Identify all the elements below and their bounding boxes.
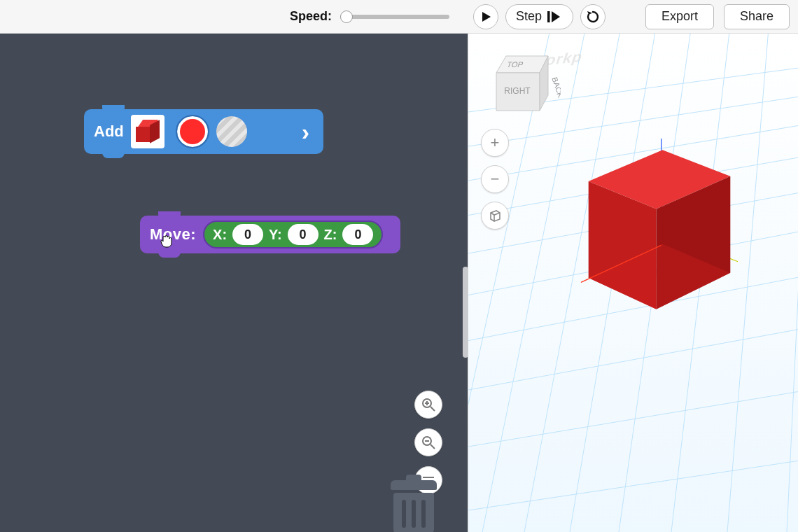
move-y-input[interactable]: [288, 224, 318, 245]
move-x-input[interactable]: [232, 224, 263, 245]
speed-slider-thumb[interactable]: [340, 10, 353, 23]
toolbar-right-group: Export Share: [645, 4, 790, 29]
add-block-label: Add: [94, 122, 124, 141]
viewport-zoom-in-button[interactable]: +: [481, 129, 509, 157]
x-axis-label: X:: [213, 227, 227, 243]
svg-line-2: [430, 407, 435, 411]
home-cube-icon: [488, 209, 502, 223]
add-block[interactable]: Add ›: [84, 109, 323, 154]
block-bump: [158, 249, 181, 258]
block-canvas[interactable]: Add › Move: X: Y: Z:: [0, 34, 468, 532]
trash-button[interactable]: [386, 480, 441, 532]
move-block[interactable]: Move: X: Y: Z:: [140, 216, 400, 253]
play-button[interactable]: [473, 4, 498, 29]
viewcube[interactable]: TOP RIGHT BACK: [485, 49, 561, 119]
share-button-label: Share: [740, 9, 774, 24]
block-notch: [158, 211, 181, 220]
trash-icon: [406, 475, 421, 480]
svg-line-6: [430, 444, 435, 449]
svg-rect-0: [547, 11, 550, 22]
main-split: Add › Move: X: Y: Z:: [0, 34, 798, 532]
move-vector-input: X: Y: Z:: [203, 220, 383, 248]
export-button-label: Export: [662, 9, 698, 24]
box-icon: [136, 120, 160, 144]
block-bump: [102, 150, 125, 158]
top-toolbar: Speed: Step Export Share: [0, 0, 798, 34]
plus-icon: +: [491, 134, 500, 152]
step-icon: [547, 10, 563, 23]
step-button-label: Step: [516, 9, 542, 24]
y-axis-label: Y:: [269, 227, 282, 243]
canvas-zoom-in-button[interactable]: [414, 391, 442, 419]
viewcube-right-label: RIGHT: [504, 86, 531, 96]
viewcube-top-label: TOP: [506, 60, 524, 69]
move-block-label: Move:: [150, 225, 196, 244]
share-button[interactable]: Share: [724, 4, 790, 29]
play-icon: [480, 11, 491, 22]
scene-object-box[interactable]: [572, 139, 747, 321]
reset-icon: [586, 10, 600, 24]
zoom-out-icon: [421, 435, 435, 449]
hole-toggle[interactable]: [216, 116, 247, 147]
viewport-zoom-out-button[interactable]: −: [481, 165, 509, 193]
chevron-right-icon[interactable]: ›: [302, 118, 309, 146]
shape-picker[interactable]: [131, 115, 164, 148]
z-axis-label: Z:: [324, 227, 337, 243]
block-notch: [102, 105, 125, 113]
move-z-input[interactable]: [342, 224, 373, 245]
color-picker[interactable]: [177, 116, 208, 147]
viewcube-back-label: BACK: [550, 76, 561, 99]
canvas-zoom-out-button[interactable]: [414, 428, 442, 456]
speed-slider[interactable]: [340, 15, 449, 19]
reset-button[interactable]: [580, 4, 606, 29]
minus-icon: −: [491, 170, 500, 188]
viewport-home-button[interactable]: [481, 202, 509, 230]
svg-marker-32: [491, 211, 500, 221]
viewport-3d[interactable]: Workp TOP RIGHT BACK + −: [468, 34, 798, 532]
viewport-controls: + −: [481, 129, 509, 230]
export-button[interactable]: Export: [645, 4, 714, 29]
zoom-in-icon: [421, 398, 435, 412]
step-button[interactable]: Step: [505, 4, 573, 29]
speed-label: Speed:: [290, 9, 332, 24]
